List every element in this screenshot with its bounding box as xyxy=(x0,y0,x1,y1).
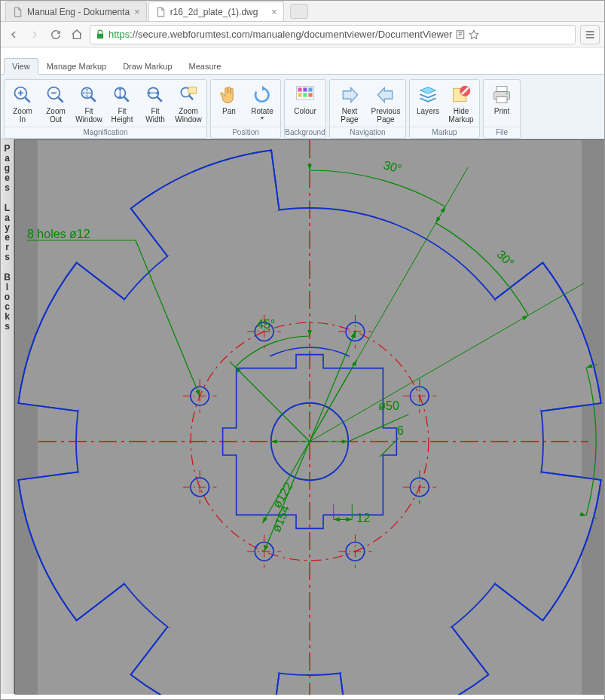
browser-tab-strip: Manual Eng - Dokumenta × r16_2d_plate_(1… xyxy=(1,1,604,22)
svg-rect-21 xyxy=(303,87,307,91)
layers-button[interactable]: Layers xyxy=(411,81,445,125)
hide-markup-button[interactable]: HideMarkup xyxy=(445,81,478,125)
side-tab-blocks[interactable]: Blocks xyxy=(4,270,11,339)
browser-tab[interactable]: r16_2d_plate_(1).dwg × xyxy=(148,2,284,21)
svg-rect-20 xyxy=(298,87,301,91)
svg-point-32 xyxy=(506,93,509,95)
dim-holes-note: 8 holes ø12 xyxy=(27,228,90,240)
drawing-viewer[interactable]: 8 holes ø12ø154ø122ø5045°30°30°30°126 xyxy=(14,139,604,694)
ribbon-group-label: File xyxy=(484,127,520,138)
next-page-button[interactable]: NextPage xyxy=(332,81,368,125)
svg-line-2 xyxy=(26,98,30,102)
svg-line-9 xyxy=(91,97,96,102)
ribbon-group-background: Colour Background xyxy=(284,79,326,139)
browser-tab-title: r16_2d_plate_(1).dwg xyxy=(170,7,267,17)
page-icon xyxy=(155,7,166,17)
dim-45: 45° xyxy=(257,318,275,331)
rotate-button[interactable]: Rotate▾ xyxy=(246,81,279,125)
dim-6: 6 xyxy=(397,424,404,437)
ribbon-group-markup: Layers HideMarkup Markup xyxy=(409,79,480,139)
ribbon-group-label: Markup xyxy=(410,127,479,138)
forward-button[interactable] xyxy=(26,26,43,43)
ribbon-group-label: Magnification xyxy=(5,127,206,138)
zoom-out-icon xyxy=(44,83,68,107)
reload-button[interactable] xyxy=(47,26,64,43)
svg-rect-31 xyxy=(497,97,507,103)
colour-icon xyxy=(293,83,317,107)
side-tab-layers[interactable]: Layers xyxy=(5,200,10,270)
svg-rect-22 xyxy=(308,87,312,91)
browser-tab-title: Manual Eng - Dokumenta xyxy=(27,7,130,17)
svg-rect-23 xyxy=(298,93,301,96)
ribbon: ZoomIn ZoomOut FitWindow FitHeight FitWi… xyxy=(1,75,604,139)
zoom-in-icon xyxy=(11,83,35,107)
tab-manage-markup[interactable]: Manage Markup xyxy=(38,57,115,74)
ribbon-group-label: Position xyxy=(211,127,280,138)
tab-measure[interactable]: Measure xyxy=(181,57,230,74)
zoom-in-button[interactable]: ZoomIn xyxy=(6,81,39,125)
fit-width-icon xyxy=(143,83,167,107)
ribbon-group-position: Pan Rotate▾ Position xyxy=(210,79,281,139)
previous-page-button[interactable]: PreviousPage xyxy=(368,81,404,125)
svg-rect-25 xyxy=(308,93,312,96)
rotate-icon xyxy=(250,83,274,107)
close-icon[interactable]: × xyxy=(134,6,140,17)
print-button[interactable]: Print xyxy=(485,81,518,125)
svg-line-14 xyxy=(157,97,162,102)
cad-drawing: 8 holes ø12ø154ø122ø5045°30°30°30°126 xyxy=(15,140,604,695)
dim-12: 12 xyxy=(356,512,370,524)
url-scheme: https xyxy=(108,29,130,40)
side-tab-pages[interactable]: Pages xyxy=(4,141,10,200)
prev-page-icon xyxy=(374,83,398,107)
pan-button[interactable]: Pan xyxy=(212,81,246,125)
browser-toolbar: https://secure.webforumtest.com/manualen… xyxy=(1,22,604,47)
fit-window-icon xyxy=(77,83,101,107)
side-panel: Pages Layers Blocks xyxy=(1,139,14,694)
pan-icon xyxy=(217,83,241,107)
page-action-icon[interactable] xyxy=(455,29,466,40)
back-button[interactable] xyxy=(5,26,22,43)
fit-height-button[interactable]: FitHeight xyxy=(105,81,139,125)
fit-width-button[interactable]: FitWidth xyxy=(139,81,172,125)
url-path: ://secure.webforumtest.com/manualeng/doc… xyxy=(130,29,452,40)
zoom-window-icon xyxy=(176,83,200,107)
fit-window-button[interactable]: FitWindow xyxy=(72,81,105,125)
layers-icon xyxy=(416,83,440,107)
zoom-window-button[interactable]: ZoomWindow xyxy=(172,81,205,125)
ribbon-group-magnification: ZoomIn ZoomOut FitWindow FitHeight FitWi… xyxy=(4,79,207,139)
new-tab-button[interactable] xyxy=(290,4,308,19)
ribbon-group-label: Background xyxy=(285,127,325,138)
close-icon[interactable]: × xyxy=(271,6,277,17)
browser-tab[interactable]: Manual Eng - Dokumenta × xyxy=(5,2,147,21)
browser-menu-button[interactable] xyxy=(580,25,600,44)
tab-view[interactable]: View xyxy=(4,58,38,75)
bookmark-icon[interactable] xyxy=(469,29,479,40)
fit-height-icon xyxy=(110,83,134,107)
ribbon-group-navigation: NextPage PreviousPage Navigation xyxy=(329,79,406,139)
app-tab-strip: View Manage Markup Draw Markup Measure xyxy=(1,57,604,75)
chevron-down-icon: ▾ xyxy=(261,115,264,121)
zoom-out-button[interactable]: ZoomOut xyxy=(39,81,72,125)
svg-line-11 xyxy=(124,97,129,102)
svg-line-17 xyxy=(189,96,193,99)
colour-button[interactable]: Colour xyxy=(286,81,324,125)
svg-rect-29 xyxy=(497,87,507,92)
ribbon-group-file: Print File xyxy=(483,79,521,139)
url-bar[interactable]: https://secure.webforumtest.com/manualen… xyxy=(90,25,576,44)
ribbon-group-label: Navigation xyxy=(330,127,405,138)
hide-markup-icon xyxy=(449,83,473,107)
next-page-icon xyxy=(338,83,362,107)
lock-icon xyxy=(95,29,105,40)
page-icon xyxy=(12,7,23,17)
svg-rect-18 xyxy=(188,87,197,94)
svg-line-6 xyxy=(59,98,63,102)
svg-rect-24 xyxy=(303,93,307,96)
home-button[interactable] xyxy=(69,26,85,43)
tab-draw-markup[interactable]: Draw Markup xyxy=(115,57,180,74)
dim-d50: ø50 xyxy=(378,399,399,412)
print-icon xyxy=(490,83,514,107)
